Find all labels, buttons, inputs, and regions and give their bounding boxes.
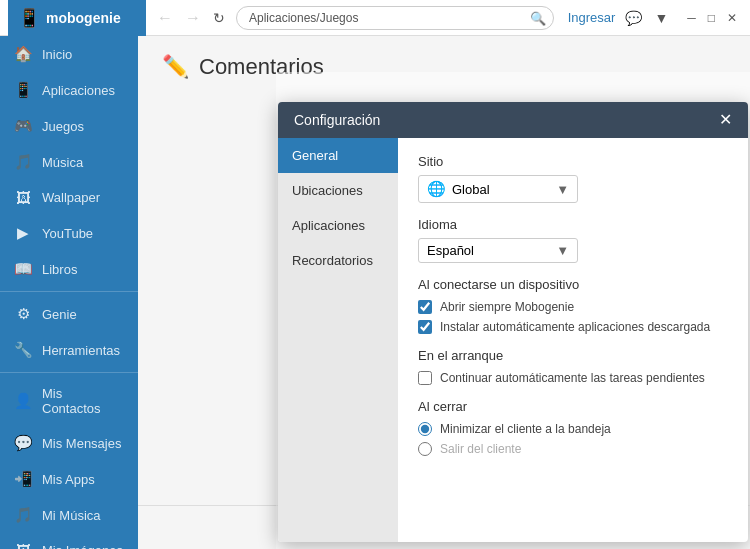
sidebar-item-aplicaciones[interactable]: 📱 Aplicaciones [0,72,138,108]
ingresar-button[interactable]: Ingresar [568,10,616,25]
youtube-icon: ▶ [14,224,32,242]
site-field-group: Sitio 🌐 Global ▼ [418,154,728,203]
sidebar-label-libros: Libros [42,262,77,277]
topbar-icons: 💬 ▼ [621,8,672,28]
connect-section-title: Al conectarse un dispositivo [418,277,728,292]
close-button[interactable]: ✕ [722,9,742,27]
radio2-input[interactable] [418,442,432,456]
myapps-icon: 📲 [14,470,32,488]
maximize-button[interactable]: □ [703,9,720,27]
minimize-button[interactable]: ─ [682,9,701,27]
check3-item[interactable]: Continuar automáticamente las tareas pen… [418,371,728,385]
topbar: 📱 mobogenie ← → ↻ 🔍 Ingresar 💬 ▼ ─ □ ✕ [0,0,750,36]
sidebar-item-mimusica[interactable]: 🎵 Mi Música [0,497,138,533]
check1-label: Abrir siempre Mobogenie [440,300,574,314]
search-icon: 🔍 [530,10,546,25]
sidebar-label-imagenes: Mis Imágenes [42,543,123,549]
language-value: Español [427,243,474,258]
contacts-icon: 👤 [14,392,32,410]
sidebar-section-tools: ⚙ Genie 🔧 Herramientas [0,291,138,368]
sidebar-item-musica[interactable]: 🎵 Música [0,144,138,180]
radio1-input[interactable] [418,422,432,436]
modal-overlay: Configuración ✕ General Ubicaciones Apli… [276,72,750,549]
sidebar-item-herramientas[interactable]: 🔧 Herramientas [0,332,138,368]
sidebar-item-inicio[interactable]: 🏠 Inicio [0,36,138,72]
modal-nav-aplicaciones[interactable]: Aplicaciones [278,208,398,243]
radio1-item[interactable]: Minimizar el cliente a la bandeja [418,422,728,436]
close-radios: Minimizar el cliente a la bandeja Salir … [418,422,728,456]
config-modal: Configuración ✕ General Ubicaciones Apli… [278,102,748,542]
sidebar-item-contactos[interactable]: 👤 Mis Contactos [0,377,138,425]
messages-icon[interactable]: 💬 [621,8,646,28]
site-select[interactable]: 🌐 Global ▼ [418,175,578,203]
startup-field-group: En el arranque Continuar automáticamente… [418,348,728,385]
forward-button[interactable]: → [180,7,206,29]
sidebar-item-misapps[interactable]: 📲 Mis Apps [0,461,138,497]
sidebar-label-herramientas: Herramientas [42,343,120,358]
sidebar-item-imagenes[interactable]: 🖼 Mis Imágenes [0,533,138,549]
check1-item[interactable]: Abrir siempre Mobogenie [418,300,728,314]
language-select[interactable]: Español ▼ [418,238,578,263]
sidebar-label-juegos: Juegos [42,119,84,134]
startup-section-title: En el arranque [418,348,728,363]
images-icon: 🖼 [14,542,32,549]
check2-input[interactable] [418,320,432,334]
sidebar-label-misapps: Mis Apps [42,472,95,487]
dropdown-icon[interactable]: ▼ [650,8,672,28]
language-dropdown-arrow: ▼ [556,243,569,258]
sidebar-item-libros[interactable]: 📖 Libros [0,251,138,287]
nav-arrows: ← → ↻ [152,7,230,29]
radio2-item[interactable]: Salir del cliente [418,442,728,456]
sidebar-label-mensajes: Mis Mensajes [42,436,121,451]
radio1-label: Minimizar el cliente a la bandeja [440,422,611,436]
logo-icon: 📱 [18,7,40,29]
globe-icon: 🌐 [427,180,446,198]
sidebar: 🏠 Inicio 📱 Aplicaciones 🎮 Juegos 🎵 Músic… [0,36,138,549]
check3-input[interactable] [418,371,432,385]
sidebar-item-wallpaper[interactable]: 🖼 Wallpaper [0,180,138,215]
language-label: Idioma [418,217,728,232]
close-field-group: Al cerrar Minimizar el cliente a la band… [418,399,728,456]
home-icon: 🏠 [14,45,32,63]
connect-field-group: Al conectarse un dispositivo Abrir siemp… [418,277,728,334]
sidebar-label-aplicaciones: Aplicaciones [42,83,115,98]
main-container: 🏠 Inicio 📱 Aplicaciones 🎮 Juegos 🎵 Músic… [0,36,750,549]
apps-icon: 📱 [14,81,32,99]
close-section-title: Al cerrar [418,399,728,414]
modal-nav-general[interactable]: General [278,138,398,173]
sidebar-label-wallpaper: Wallpaper [42,190,100,205]
modal-general-content: Sitio 🌐 Global ▼ Idioma Español [398,138,748,542]
modal-nav-recordatorios[interactable]: Recordatorios [278,243,398,278]
refresh-button[interactable]: ↻ [208,8,230,28]
window-controls: ─ □ ✕ [682,9,742,27]
sidebar-item-juegos[interactable]: 🎮 Juegos [0,108,138,144]
modal-nav-ubicaciones[interactable]: Ubicaciones [278,173,398,208]
topbar-right: Ingresar 💬 ▼ ─ □ ✕ [568,8,742,28]
games-icon: 🎮 [14,117,32,135]
content-wrapper: ✏️ Comentarios Configuración ✕ General U… [138,36,750,549]
sidebar-label-inicio: Inicio [42,47,72,62]
sidebar-label-musica: Música [42,155,83,170]
sidebar-item-genie[interactable]: ⚙ Genie [0,296,138,332]
connect-checkboxes: Abrir siempre Mobogenie Instalar automát… [418,300,728,334]
modal-nav: General Ubicaciones Aplicaciones Recorda… [278,138,398,542]
check2-item[interactable]: Instalar automáticamente aplicaciones de… [418,320,728,334]
tools-icon: 🔧 [14,341,32,359]
address-input[interactable] [236,6,554,30]
modal-close-button[interactable]: ✕ [719,112,732,128]
site-dropdown-arrow: ▼ [556,182,569,197]
sidebar-item-mensajes[interactable]: 💬 Mis Mensajes [0,425,138,461]
music-icon: 🎵 [14,153,32,171]
language-field-group: Idioma Español ▼ [418,217,728,263]
check2-label: Instalar automáticamente aplicaciones de… [440,320,710,334]
back-button[interactable]: ← [152,7,178,29]
sidebar-label-youtube: YouTube [42,226,93,241]
startup-checkboxes: Continuar automáticamente las tareas pen… [418,371,728,385]
sidebar-label-contactos: Mis Contactos [42,386,124,416]
sidebar-label-mimusica: Mi Música [42,508,101,523]
address-bar-wrap: 🔍 [236,6,554,30]
check3-label: Continuar automáticamente las tareas pen… [440,371,705,385]
sms-icon: 💬 [14,434,32,452]
check1-input[interactable] [418,300,432,314]
sidebar-item-youtube[interactable]: ▶ YouTube [0,215,138,251]
